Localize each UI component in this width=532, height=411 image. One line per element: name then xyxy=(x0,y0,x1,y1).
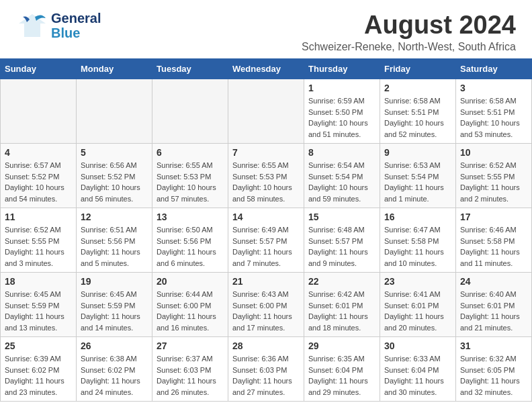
calendar-day-cell: 4 Sunrise: 6:57 AMSunset: 5:52 PMDayligh… xyxy=(1,144,77,208)
calendar-day-cell: 2 Sunrise: 6:58 AMSunset: 5:51 PMDayligh… xyxy=(380,79,456,144)
day-number: 20 xyxy=(157,276,224,287)
day-info: Sunrise: 6:40 AMSunset: 6:01 PMDaylight:… xyxy=(460,290,520,332)
calendar-day-cell: 7 Sunrise: 6:55 AMSunset: 5:53 PMDayligh… xyxy=(228,144,304,208)
calendar-day-cell: 21 Sunrise: 6:43 AMSunset: 6:00 PMDaylig… xyxy=(228,273,304,337)
header: General Blue August 2024 Schweizer-Renek… xyxy=(0,0,532,58)
calendar-week-row: 4 Sunrise: 6:57 AMSunset: 5:52 PMDayligh… xyxy=(1,144,532,208)
day-number: 5 xyxy=(81,147,148,158)
day-info: Sunrise: 6:45 AMSunset: 5:59 PMDaylight:… xyxy=(5,290,64,332)
title-area: August 2024 Schweizer-Reneke, North-West… xyxy=(302,11,516,53)
calendar-day-cell: 31 Sunrise: 6:32 AMSunset: 6:05 PMDaylig… xyxy=(456,337,532,402)
day-info: Sunrise: 6:59 AMSunset: 5:50 PMDaylight:… xyxy=(308,97,368,138)
page-wrapper: General Blue August 2024 Schweizer-Renek… xyxy=(0,0,532,402)
day-number: 16 xyxy=(384,212,451,222)
day-number: 8 xyxy=(308,147,375,158)
day-number: 22 xyxy=(308,276,375,287)
calendar-day-cell: 29 Sunrise: 6:35 AMSunset: 6:04 PMDaylig… xyxy=(304,337,380,402)
calendar-table: Sunday Monday Tuesday Wednesday Thursday… xyxy=(0,58,532,402)
day-info: Sunrise: 6:32 AMSunset: 6:05 PMDaylight:… xyxy=(460,355,520,396)
day-info: Sunrise: 6:54 AMSunset: 5:54 PMDaylight:… xyxy=(308,161,368,203)
calendar-day-cell: 17 Sunrise: 6:46 AMSunset: 5:58 PMDaylig… xyxy=(456,208,532,273)
col-friday: Friday xyxy=(380,59,456,79)
col-saturday: Saturday xyxy=(456,59,532,79)
day-number: 9 xyxy=(384,147,451,158)
day-info: Sunrise: 6:35 AMSunset: 6:04 PMDaylight:… xyxy=(308,355,368,396)
calendar-day-cell: 18 Sunrise: 6:45 AMSunset: 5:59 PMDaylig… xyxy=(1,273,77,337)
sub-title: Schweizer-Reneke, North-West, South Afri… xyxy=(302,41,516,53)
calendar-week-row: 1 Sunrise: 6:59 AMSunset: 5:50 PMDayligh… xyxy=(1,79,532,144)
logo-text: General Blue xyxy=(51,11,101,40)
day-info: Sunrise: 6:44 AMSunset: 6:00 PMDaylight:… xyxy=(157,290,216,332)
calendar-week-row: 18 Sunrise: 6:45 AMSunset: 5:59 PMDaylig… xyxy=(1,273,532,337)
day-info: Sunrise: 6:38 AMSunset: 6:02 PMDaylight:… xyxy=(81,355,140,396)
day-number: 13 xyxy=(157,212,224,222)
calendar-day-cell: 25 Sunrise: 6:39 AMSunset: 6:02 PMDaylig… xyxy=(1,337,77,402)
calendar-day-cell: 10 Sunrise: 6:52 AMSunset: 5:55 PMDaylig… xyxy=(456,144,532,208)
day-info: Sunrise: 6:41 AMSunset: 6:01 PMDaylight:… xyxy=(384,290,444,332)
day-info: Sunrise: 6:55 AMSunset: 5:53 PMDaylight:… xyxy=(157,161,216,203)
logo-bird-icon xyxy=(16,11,48,40)
day-info: Sunrise: 6:52 AMSunset: 5:55 PMDaylight:… xyxy=(5,226,64,267)
day-number: 24 xyxy=(460,276,527,287)
calendar-header-row: Sunday Monday Tuesday Wednesday Thursday… xyxy=(1,59,532,79)
day-number: 29 xyxy=(308,340,375,351)
calendar-day-cell: 23 Sunrise: 6:41 AMSunset: 6:01 PMDaylig… xyxy=(380,273,456,337)
day-number: 6 xyxy=(157,147,224,158)
day-number: 17 xyxy=(460,212,527,222)
calendar-day-cell: 6 Sunrise: 6:55 AMSunset: 5:53 PMDayligh… xyxy=(152,144,228,208)
calendar-day-cell xyxy=(228,79,304,144)
logo-general-text: General xyxy=(51,11,101,26)
day-number: 18 xyxy=(5,276,72,287)
day-number: 30 xyxy=(384,340,451,351)
day-info: Sunrise: 6:57 AMSunset: 5:52 PMDaylight:… xyxy=(5,161,64,203)
day-number: 15 xyxy=(308,212,375,222)
day-number: 21 xyxy=(232,276,300,287)
day-number: 2 xyxy=(384,83,451,93)
day-info: Sunrise: 6:58 AMSunset: 5:51 PMDaylight:… xyxy=(384,97,444,138)
calendar-day-cell xyxy=(1,79,77,144)
day-info: Sunrise: 6:42 AMSunset: 6:01 PMDaylight:… xyxy=(308,290,368,332)
day-number: 12 xyxy=(81,212,148,222)
day-info: Sunrise: 6:48 AMSunset: 5:57 PMDaylight:… xyxy=(308,226,368,267)
calendar-day-cell: 9 Sunrise: 6:53 AMSunset: 5:54 PMDayligh… xyxy=(380,144,456,208)
calendar-day-cell: 15 Sunrise: 6:48 AMSunset: 5:57 PMDaylig… xyxy=(304,208,380,273)
day-info: Sunrise: 6:50 AMSunset: 5:56 PMDaylight:… xyxy=(157,226,216,267)
main-title: August 2024 xyxy=(302,11,516,40)
calendar-day-cell: 16 Sunrise: 6:47 AMSunset: 5:58 PMDaylig… xyxy=(380,208,456,273)
calendar-day-cell xyxy=(77,79,152,144)
calendar-day-cell: 27 Sunrise: 6:37 AMSunset: 6:03 PMDaylig… xyxy=(152,337,228,402)
calendar-day-cell: 28 Sunrise: 6:36 AMSunset: 6:03 PMDaylig… xyxy=(228,337,304,402)
calendar-day-cell: 26 Sunrise: 6:38 AMSunset: 6:02 PMDaylig… xyxy=(77,337,152,402)
calendar-day-cell: 11 Sunrise: 6:52 AMSunset: 5:55 PMDaylig… xyxy=(1,208,77,273)
col-thursday: Thursday xyxy=(304,59,380,79)
calendar-week-row: 11 Sunrise: 6:52 AMSunset: 5:55 PMDaylig… xyxy=(1,208,532,273)
logo-blue-text: Blue xyxy=(51,26,101,40)
day-number: 28 xyxy=(232,340,300,351)
calendar-day-cell: 1 Sunrise: 6:59 AMSunset: 5:50 PMDayligh… xyxy=(304,79,380,144)
day-info: Sunrise: 6:56 AMSunset: 5:52 PMDaylight:… xyxy=(81,161,140,203)
calendar-day-cell: 24 Sunrise: 6:40 AMSunset: 6:01 PMDaylig… xyxy=(456,273,532,337)
day-number: 23 xyxy=(384,276,451,287)
col-sunday: Sunday xyxy=(1,59,77,79)
calendar-day-cell: 30 Sunrise: 6:33 AMSunset: 6:04 PMDaylig… xyxy=(380,337,456,402)
day-number: 3 xyxy=(460,83,527,93)
calendar-day-cell: 12 Sunrise: 6:51 AMSunset: 5:56 PMDaylig… xyxy=(77,208,152,273)
day-number: 10 xyxy=(460,147,527,158)
calendar-day-cell: 3 Sunrise: 6:58 AMSunset: 5:51 PMDayligh… xyxy=(456,79,532,144)
day-info: Sunrise: 6:49 AMSunset: 5:57 PMDaylight:… xyxy=(232,226,292,267)
day-info: Sunrise: 6:47 AMSunset: 5:58 PMDaylight:… xyxy=(384,226,444,267)
calendar-day-cell: 8 Sunrise: 6:54 AMSunset: 5:54 PMDayligh… xyxy=(304,144,380,208)
day-info: Sunrise: 6:33 AMSunset: 6:04 PMDaylight:… xyxy=(384,355,444,396)
day-number: 26 xyxy=(81,340,148,351)
calendar-day-cell: 20 Sunrise: 6:44 AMSunset: 6:00 PMDaylig… xyxy=(152,273,228,337)
day-info: Sunrise: 6:37 AMSunset: 6:03 PMDaylight:… xyxy=(157,355,216,396)
day-info: Sunrise: 6:45 AMSunset: 5:59 PMDaylight:… xyxy=(81,290,140,332)
logo: General Blue xyxy=(16,11,101,40)
calendar-day-cell: 22 Sunrise: 6:42 AMSunset: 6:01 PMDaylig… xyxy=(304,273,380,337)
day-info: Sunrise: 6:43 AMSunset: 6:00 PMDaylight:… xyxy=(232,290,292,332)
calendar-day-cell: 13 Sunrise: 6:50 AMSunset: 5:56 PMDaylig… xyxy=(152,208,228,273)
day-number: 11 xyxy=(5,212,72,222)
day-info: Sunrise: 6:46 AMSunset: 5:58 PMDaylight:… xyxy=(460,226,520,267)
day-number: 27 xyxy=(157,340,224,351)
calendar-week-row: 25 Sunrise: 6:39 AMSunset: 6:02 PMDaylig… xyxy=(1,337,532,402)
